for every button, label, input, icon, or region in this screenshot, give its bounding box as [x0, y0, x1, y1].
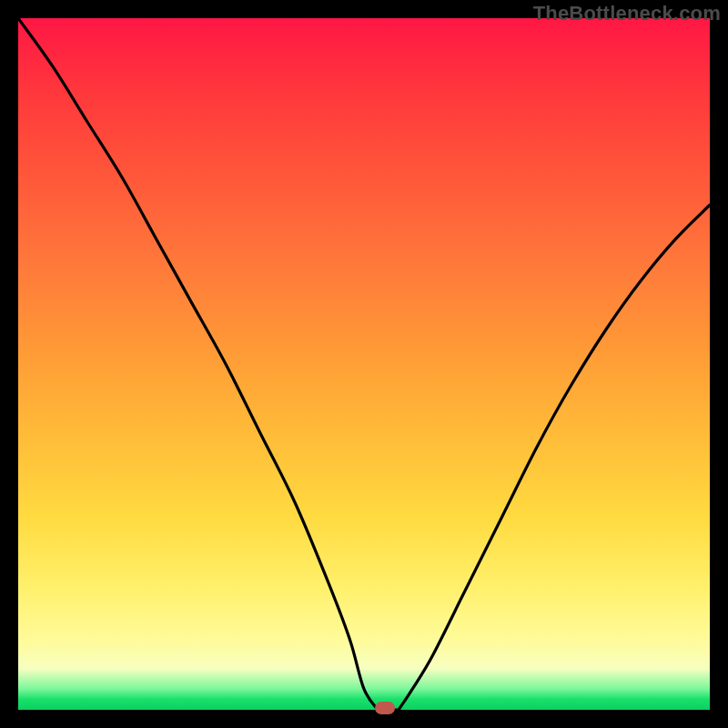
plot-area — [18, 18, 710, 710]
optimum-marker — [375, 702, 395, 714]
watermark-text: TheBottleneck.com — [533, 2, 721, 25]
chart-frame: TheBottleneck.com — [0, 0, 728, 728]
